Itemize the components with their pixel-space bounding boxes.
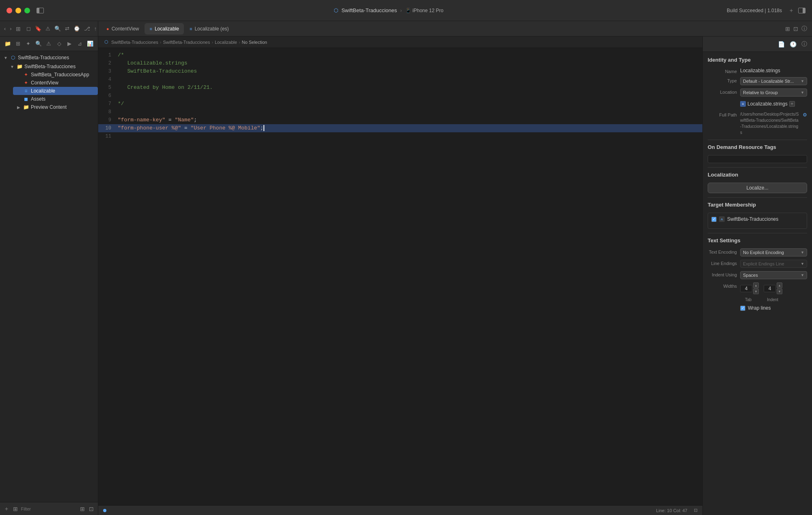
sidebar-nav-debug[interactable]: ▶ (65, 39, 74, 49)
split-icon[interactable]: ⊡ (793, 26, 798, 32)
inspector-fullpath-row: Full Path /Users/home/Desktop/Projects/S… (708, 111, 807, 136)
tab-width-value[interactable]: 4 (740, 285, 752, 292)
search-icon[interactable]: 🔍 (54, 25, 62, 32)
tab-localizable-es[interactable]: ≡ Localizable (es) (185, 23, 233, 34)
add-file-button[interactable]: ＋ (3, 505, 10, 513)
add-tab-button[interactable]: ＋ (788, 7, 794, 14)
sort-button[interactable]: ⊞ (80, 505, 86, 513)
encoding-select[interactable]: No Explicit Encoding ▼ (740, 248, 807, 256)
wrap-lines-checkbox[interactable]: ✓ (740, 306, 745, 311)
inspector-icon[interactable]: ⓘ (801, 25, 807, 32)
tree-row-group[interactable]: ▼ 📁 SwiftBeta-Traducciones (6, 62, 98, 71)
bookmark-icon[interactable]: 🔖 (34, 25, 42, 32)
view-toggle[interactable]: ⊡ (694, 508, 698, 513)
tree-label-preview: Preview Content (31, 104, 95, 110)
editor-icon[interactable]: ⊞ (15, 25, 22, 33)
inspector-lineendings-row: Line Endings Explicit Endings Line ▼ (708, 260, 807, 268)
lineendings-value: Explicit Endings Line (743, 261, 784, 266)
sidebar-nav-symbols[interactable]: ✦ (24, 39, 32, 49)
inspector-file-icon[interactable]: 📄 (778, 41, 785, 47)
tab-down-button[interactable]: ▼ (753, 289, 759, 294)
filter-input[interactable] (21, 506, 77, 511)
sidebar-toggle[interactable] (37, 8, 44, 13)
chevron-down-icon: ▼ (3, 56, 8, 60)
maximize-button[interactable] (24, 8, 30, 13)
indent-width-value[interactable]: 4 (764, 285, 776, 292)
history-icon[interactable]: ⌚ (73, 25, 81, 32)
indent-down-button[interactable]: ▼ (777, 289, 782, 294)
type-select-value: Default - Localizable Str... (743, 79, 794, 84)
sidebar-nav-files[interactable]: 📁 (3, 39, 12, 49)
localize-button[interactable]: Localize... (708, 183, 807, 193)
nav-back-button[interactable]: ‹ (3, 25, 6, 32)
inspector-info-icon[interactable]: ⓘ (801, 41, 807, 48)
warning-icon[interactable]: ⚠ (45, 25, 51, 32)
tree-row-localizable[interactable]: ≡ Localizable (13, 87, 98, 95)
target-checkbox[interactable]: ✓ (711, 217, 717, 222)
chevron-down-icon: ▼ (10, 65, 15, 69)
filter-options-button[interactable]: ⊞ (12, 505, 19, 513)
inspector-encoding-row: Text Encoding No Explicit Encoding ▼ (708, 248, 807, 256)
minimap-icon[interactable]: ⊞ (785, 26, 790, 32)
assets-file-icon: ◼ (23, 96, 29, 102)
target-checkbox-row: ✓ A SwiftBeta-Traducciones (711, 216, 803, 222)
tree-row-assets[interactable]: ◼ Assets (13, 95, 98, 103)
tree-item-group: ▼ 📁 SwiftBeta-Traducciones ✦ SwiftBeta_T… (6, 62, 98, 112)
add-location-button[interactable]: + (789, 101, 795, 107)
divider-3 (708, 197, 807, 198)
minimize-button[interactable] (15, 8, 21, 13)
window-right-controls: ＋ (788, 7, 806, 14)
more-button[interactable]: ⊡ (88, 505, 95, 513)
tree-row-app[interactable]: ✦ SwiftBeta_TraduccioesApp (13, 71, 98, 79)
name-value: Localizable.strings (740, 68, 807, 73)
gear-icon[interactable]: ⚙ (803, 112, 807, 118)
code-line-10: 10 "form-phone-user %@" = "User Phone %@… (98, 124, 702, 132)
nav-forward-button[interactable]: › (9, 25, 12, 32)
inspector-panel: 📄 🕐 ⓘ Identity and Type Name Localizable… (702, 37, 812, 515)
indent-label: Indent Using (708, 271, 737, 277)
swift-file-icon: ✦ (23, 80, 29, 86)
inspector-toggle[interactable] (798, 8, 806, 13)
tree-row-project[interactable]: ▼ ⬡ SwiftBeta-Traducciones (0, 54, 98, 62)
lineendings-label: Line Endings (708, 260, 737, 266)
share-icon[interactable]: ↑ (93, 25, 98, 32)
branch-icon[interactable]: ⎇ (83, 25, 91, 32)
inspector-history-icon[interactable]: 🕐 (790, 41, 797, 47)
code-editor[interactable]: 1 /* 2 Localizable.strings 3 SwiftBeta-T… (98, 48, 702, 505)
sidebar-nav-tests[interactable]: ◇ (55, 39, 63, 49)
file-icon[interactable]: ◻ (26, 25, 32, 32)
folder-icon: 📁 (16, 64, 23, 69)
indent-up-button[interactable]: ▲ (777, 282, 782, 288)
inspector-localization-title: Localization (708, 172, 807, 178)
bc-item-group[interactable]: SwiftBeta-Traducciones (163, 40, 210, 45)
sidebar-nav-find[interactable]: 🔍 (34, 39, 43, 49)
diff-icon[interactable]: ⇄ (64, 25, 70, 32)
file-name-value: Localizable.strings (747, 101, 788, 107)
sidebar-nav-breakpoints[interactable]: ⊿ (76, 39, 84, 49)
tree-row-contentview[interactable]: ✦ ContentView (13, 79, 98, 87)
bc-item-file[interactable]: Localizable (215, 40, 237, 45)
location-select[interactable]: Relative to Group ▼ (740, 88, 807, 97)
tags-field[interactable] (708, 155, 807, 163)
sidebar-nav-issues[interactable]: ⚠ (45, 39, 53, 49)
tab-up-button[interactable]: ▲ (753, 282, 759, 288)
type-select[interactable]: Default - Localizable Str... ▼ (740, 77, 807, 85)
tab-localizable[interactable]: ≡ Localizable (145, 23, 184, 34)
project-icon: ⬡ (334, 7, 338, 13)
bc-item-project[interactable]: SwiftBeta-Traducciones (111, 40, 158, 45)
preview-folder-icon: 📁 (23, 104, 29, 110)
tab-contentview[interactable]: ● ContentView (102, 23, 144, 34)
tree-label-contentview: ContentView (31, 80, 95, 86)
sidebar-nav-reports[interactable]: 📊 (86, 39, 95, 49)
status-bar-right: Line: 10 Col: 47 ⊡ (656, 508, 698, 513)
lineendings-select[interactable]: Explicit Endings Line ▼ (740, 260, 807, 268)
close-button[interactable] (6, 8, 12, 13)
sidebar-bottom: ＋ ⊞ ⊞ ⊡ (0, 502, 98, 515)
sidebar-nav-source[interactable]: ⊞ (13, 39, 22, 49)
tree-row-preview[interactable]: ▶ 📁 Preview Content (13, 103, 98, 111)
title-separator: › (400, 8, 402, 13)
editor-area: ⬡ SwiftBeta-Traducciones › SwiftBeta-Tra… (98, 37, 702, 515)
inspector-name-row: Name Localizable.strings (708, 68, 807, 74)
traffic-lights (6, 8, 30, 13)
indent-select[interactable]: Spaces ▼ (740, 271, 807, 279)
